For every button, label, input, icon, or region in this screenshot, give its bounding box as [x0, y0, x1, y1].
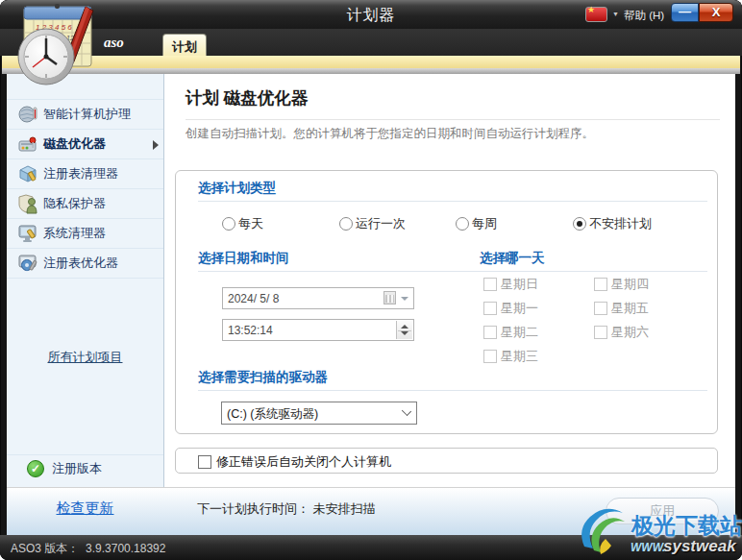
rule [198, 390, 707, 391]
check-update-link[interactable]: 检查更新 [7, 499, 163, 518]
checkbox-label: 星期日 [501, 276, 538, 293]
radio-run-once[interactable]: 运行一次 [339, 216, 406, 231]
radio-weekly[interactable]: 每周 [456, 216, 497, 231]
help-menu[interactable]: 帮助 (H) [624, 9, 664, 23]
checkbox-wednesday[interactable]: 星期三 [483, 349, 538, 364]
version-label: ASO3 版本： 3.9.3700.18392 [11, 541, 165, 557]
checkbox-box [483, 278, 497, 291]
select-chevron-icon [402, 406, 411, 416]
language-flag-icon[interactable] [585, 7, 607, 22]
sidebar-item-label: 隐私保护器 [43, 195, 106, 212]
time-spinner[interactable] [396, 321, 412, 339]
sidebar-item-label: 注册表优化器 [43, 255, 118, 272]
checkbox-box [198, 455, 211, 469]
checkbox-friday[interactable]: 星期五 [594, 301, 649, 316]
checkbox-label: 星期四 [611, 276, 649, 293]
smart-pc-care-icon [17, 104, 39, 125]
watermark-logo-icon [575, 500, 634, 560]
checkbox-box [594, 278, 607, 291]
sidebar-item-privacy-protector[interactable]: 隐私保护器 [7, 189, 163, 219]
checkbox-label: 星期一 [501, 300, 538, 317]
sidebar-item-system-cleaner[interactable]: 系统清理器 [7, 219, 163, 249]
registry-cleaner-icon [17, 163, 39, 184]
privacy-protector-icon [17, 193, 39, 214]
page-description: 创建自动扫描计划。您的计算机将于您指定的日期和时间自动运行计划程序。 [186, 126, 594, 142]
schedule-groupbox: 选择计划类型 每天 运行一次 每周 不安排计划 选择日期和时间 选择哪一天 [175, 170, 718, 434]
sidebar-item-label: 智能计算机护理 [43, 106, 131, 123]
tab-schedule[interactable]: 计划 [162, 34, 207, 56]
title-rule [186, 119, 720, 120]
sidebar-item-registry-optimizer[interactable]: 注册表优化器 [7, 249, 163, 279]
app-logo-icon: 1 2 3 4 5 6 7 8 9 10 11 12 14 16 17 18 1… [8, 2, 104, 86]
schedule-type-heading: 选择计划类型 [198, 180, 276, 197]
checkbox-thursday[interactable]: 星期四 [594, 277, 649, 292]
minimize-button[interactable]: — [671, 3, 699, 22]
radio-circle [222, 217, 235, 231]
time-picker[interactable]: 13:52:14 [222, 319, 414, 341]
checkbox-label: 修正错误后自动关闭个人计算机 [216, 453, 391, 471]
dayselect-heading: 选择哪一天 [480, 250, 545, 267]
all-schedules-link[interactable]: 所有计划项目 [7, 349, 163, 366]
watermark-brand: systweak [663, 537, 736, 556]
radio-label: 每天 [238, 215, 263, 232]
sidebar: 智能计算机护理 磁盘优化器 注册表清理器 隐私保护器 [7, 74, 163, 487]
radio-label: 运行一次 [356, 215, 406, 232]
app-window: 计划器 ▼ 帮助 (H) — X aso 计划 [0, 0, 742, 560]
checkbox-box [483, 326, 497, 339]
disk-optimizer-icon [17, 134, 39, 155]
checkbox-label: 星期三 [501, 348, 538, 365]
watermark-www: WWW. [631, 541, 665, 554]
radio-label: 每周 [472, 215, 497, 232]
registry-optimizer-icon [17, 253, 39, 274]
calendar-icon [383, 291, 396, 304]
sidebar-item-label: 磁盘优化器 [43, 135, 106, 153]
system-cleaner-icon [17, 223, 39, 244]
checkbox-box [483, 302, 497, 315]
checkbox-shutdown[interactable]: 修正错误后自动关闭个人计算机 [198, 453, 391, 471]
drive-heading: 选择需要扫描的驱动器 [198, 369, 328, 386]
sidebar-item-label: 系统清理器 [43, 225, 106, 242]
sidebar-item-registry-cleaner[interactable]: 注册表清理器 [7, 159, 163, 189]
registered-version-label: 注册版本 [52, 460, 102, 477]
accent-strip [2, 56, 740, 68]
tab-aso[interactable]: aso [104, 35, 124, 51]
checkbox-box [594, 302, 607, 315]
registered-check-icon: ✓ [27, 460, 44, 477]
rule [198, 271, 707, 272]
checkbox-label: 星期二 [501, 324, 538, 341]
datetime-heading: 选择日期和时间 [198, 250, 289, 267]
radio-label: 不安排计划 [589, 215, 652, 232]
checkbox-saturday[interactable]: 星期六 [594, 325, 649, 340]
radio-circle [339, 217, 353, 231]
sidebar-item-label: 注册表清理器 [43, 165, 118, 183]
date-picker[interactable]: 2024/ 5/ 8 [222, 287, 414, 309]
drive-select[interactable]: (C:) (系统驱动器) [221, 402, 417, 425]
time-value: 13:52:14 [228, 324, 273, 337]
radio-circle [573, 217, 586, 231]
date-value: 2024/ 5/ 8 [228, 292, 279, 305]
sidebar-separator [7, 454, 163, 455]
page-title: 计划 磁盘优化器 [186, 86, 308, 110]
drive-value: (C:) (系统驱动器) [227, 406, 318, 423]
sidebar-item-disk-optimizer[interactable]: 磁盘优化器 [7, 130, 163, 159]
checkbox-tuesday[interactable]: 星期二 [483, 325, 538, 340]
checkbox-sunday[interactable]: 星期日 [483, 277, 538, 292]
checkbox-monday[interactable]: 星期一 [483, 301, 538, 316]
checkbox-label: 星期五 [611, 300, 649, 317]
title-bar: 计划器 ▼ 帮助 (H) — X [0, 0, 742, 29]
rule [198, 201, 707, 202]
language-caret-icon[interactable]: ▼ [612, 11, 619, 17]
main-panel: 计划 磁盘优化器 创建自动扫描计划。您的计算机将于您指定的日期和时间自动运行计划… [164, 74, 735, 487]
radio-daily[interactable]: 每天 [222, 216, 263, 231]
radio-circle [456, 217, 469, 231]
shutdown-box: 修正错误后自动关闭个人计算机 [175, 448, 718, 474]
close-button[interactable]: X [699, 3, 733, 22]
checkbox-box [483, 350, 497, 363]
sidebar-item-smart-pc-care[interactable]: 智能计算机护理 [7, 100, 163, 130]
date-dropdown-icon [401, 297, 408, 301]
radio-no-schedule[interactable]: 不安排计划 [573, 216, 652, 231]
checkbox-label: 星期六 [611, 324, 649, 341]
checkbox-box [594, 326, 607, 339]
next-run-label: 下一计划执行时间： 未安排扫描 [197, 500, 376, 518]
